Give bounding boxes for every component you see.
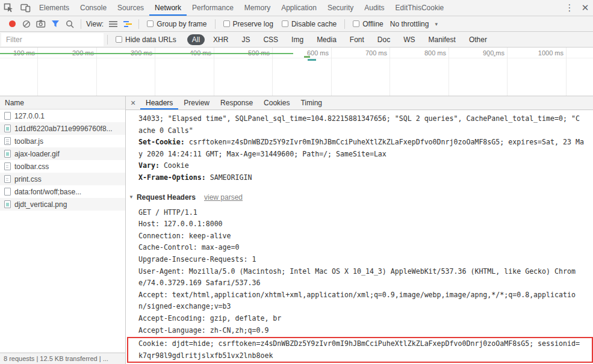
tab-security[interactable]: Security (322, 0, 359, 16)
view-parsed-link[interactable]: view parsed (204, 193, 243, 202)
filter-toggle-button[interactable] (48, 17, 63, 31)
headers-content: 34033; "Elapsed time", SQLPanel_sql_time… (126, 110, 593, 364)
filter-type-other[interactable]: Other (464, 34, 492, 45)
request-name: print.css (14, 175, 42, 184)
request-header-line: Accept-Encoding: gzip, deflate, br (138, 313, 593, 325)
inspect-cursor-icon (4, 3, 13, 13)
record-button[interactable] (5, 17, 19, 31)
checkbox-icon[interactable] (147, 20, 154, 27)
checkbox-icon[interactable] (282, 20, 288, 27)
overview-load-bar (0, 53, 293, 54)
details-panel: × Headers Preview Response Cookies Timin… (126, 96, 593, 364)
gridline (214, 48, 214, 96)
tab-performance[interactable]: Performance (187, 0, 239, 16)
filter-type-css[interactable]: CSS (258, 34, 283, 45)
tab-memory[interactable]: Memory (239, 0, 276, 16)
response-header-line: ache 0 Calls" (138, 125, 593, 137)
tab-audits[interactable]: Audits (359, 0, 390, 16)
request-row[interactable]: 1d1df6220ab711e9996760f8... (0, 122, 125, 135)
gridline (96, 48, 97, 96)
filter-type-media[interactable]: Media (312, 34, 341, 45)
details-tab-timing[interactable]: Timing (295, 96, 328, 110)
response-header-line: Set-Cookie: csrftoken=z4sDnWBZDz5Y9zIvr0… (138, 137, 593, 149)
disable-cache-checkbox[interactable]: Disable cache (282, 20, 337, 28)
filter-input[interactable] (1, 33, 104, 46)
request-name: djdt_vertical.png (14, 200, 67, 209)
group-by-frame-checkbox[interactable]: Group by frame (147, 20, 206, 28)
tab-editthiscookie[interactable]: EditThisCookie (390, 0, 450, 16)
device-toolbar-button[interactable] (17, 0, 34, 16)
checkbox-icon[interactable] (353, 20, 359, 27)
request-row[interactable]: toolbar.js (0, 135, 125, 147)
capture-screenshots-button[interactable] (34, 17, 48, 31)
request-header-line: GET / HTTP/1.1 (138, 207, 593, 219)
request-header-line: Accept: text/html,application/xhtml+xml,… (138, 289, 593, 301)
toolbar-separator (107, 35, 108, 45)
filter-type-all[interactable]: All (187, 34, 205, 45)
inspect-element-button[interactable] (0, 0, 17, 16)
overview-toggle-button[interactable] (120, 17, 135, 31)
filter-type-doc[interactable]: Doc (373, 34, 395, 45)
document-icon (4, 112, 11, 120)
tab-network[interactable]: Network (149, 0, 187, 16)
gridline (155, 48, 155, 96)
throttling-dropdown[interactable]: No throttling ▾ (390, 20, 438, 28)
preserve-log-checkbox[interactable]: Preserve log (223, 20, 273, 28)
details-tab-cookies[interactable]: Cookies (258, 96, 295, 110)
tab-elements[interactable]: Elements (34, 0, 75, 16)
request-row[interactable]: ajax-loader.gif (0, 147, 125, 160)
timeline-tick: 1000 ms (538, 49, 564, 57)
record-icon (9, 20, 16, 27)
tab-console[interactable]: Console (75, 0, 112, 16)
response-header-line: 34033; "Elapsed time", SQLPanel_sql_time… (138, 113, 593, 125)
response-header-line: y 2020 14:24:11 GMT; Max-Age=31449600; P… (138, 149, 593, 161)
details-tab-response[interactable]: Response (215, 96, 258, 110)
summary-text: 8 requests | 12.5 KB transferred | ... (4, 355, 108, 362)
checkbox-icon[interactable] (223, 20, 230, 27)
tabbar-spacer (449, 0, 562, 16)
request-headers-section[interactable]: ▼ Request Headers view parsed (129, 191, 593, 203)
request-name: data:font/woff;base... (14, 188, 81, 196)
more-options-icon[interactable]: ⋮ (562, 0, 577, 16)
filter-type-img[interactable]: Img (287, 34, 308, 45)
offline-label: Offline (362, 20, 383, 28)
devtools-tabbar: Elements Console Sources Network Perform… (0, 0, 593, 16)
request-row[interactable]: toolbar.css (0, 160, 125, 173)
cookie-highlight-box: Cookie: djdt=hide; csrftoken=z4sDnWBZDz5… (127, 337, 593, 363)
search-button[interactable] (63, 17, 77, 31)
filter-type-ws[interactable]: WS (399, 34, 420, 45)
request-headers-title: Request Headers (137, 193, 196, 202)
details-tab-headers[interactable]: Headers (140, 96, 178, 110)
requests-summary: 8 requests | 12.5 KB transferred | ... (0, 353, 125, 364)
large-rows-toggle-button[interactable] (106, 17, 120, 31)
filter-type-xhr[interactable]: XHR (208, 34, 233, 45)
close-details-icon[interactable]: × (126, 96, 140, 110)
disclosure-triangle-icon[interactable]: ▼ (129, 194, 134, 200)
clear-button[interactable] (19, 17, 34, 31)
filter-type-manifest[interactable]: Manifest (424, 34, 461, 45)
name-column-header[interactable]: Name (0, 96, 125, 110)
request-row[interactable]: djdt_vertical.png (0, 198, 125, 211)
requests-panel: Name 127.0.0.1 1d1df6220ab711e9996760f8.… (0, 96, 126, 364)
details-tab-preview[interactable]: Preview (178, 96, 215, 110)
filter-type-font[interactable]: Font (345, 34, 369, 45)
network-overview-timeline[interactable]: 100 ms 200 ms 300 ms 400 ms 500 ms 600 m… (0, 48, 593, 96)
request-row[interactable]: data:font/woff;base... (0, 185, 125, 198)
request-name: toolbar.css (14, 162, 49, 171)
request-header-line: Host: 127.0.0.1:8000 (138, 218, 593, 230)
checkbox-icon[interactable] (116, 36, 122, 43)
request-header-line: Upgrade-Insecure-Requests: 1 (138, 254, 593, 266)
filter-type-js[interactable]: JS (237, 34, 255, 45)
request-row[interactable]: 127.0.0.1 (0, 110, 125, 122)
request-row[interactable]: print.css (0, 173, 125, 185)
tab-sources[interactable]: Sources (112, 0, 149, 16)
hide-data-urls-checkbox[interactable]: Hide data URLs (116, 35, 176, 44)
tab-application[interactable]: Application (276, 0, 322, 16)
details-tabbar: × Headers Preview Response Cookies Timin… (126, 96, 593, 110)
preserve-log-label: Preserve log (233, 20, 273, 28)
request-header-line: Connection: keep-alive (138, 230, 593, 242)
offline-checkbox[interactable]: Offline (353, 20, 383, 28)
close-devtools-icon[interactable]: ✕ (577, 0, 593, 16)
waterfall-view-icon (123, 20, 132, 28)
group-by-frame-label: Group by frame (157, 20, 206, 28)
